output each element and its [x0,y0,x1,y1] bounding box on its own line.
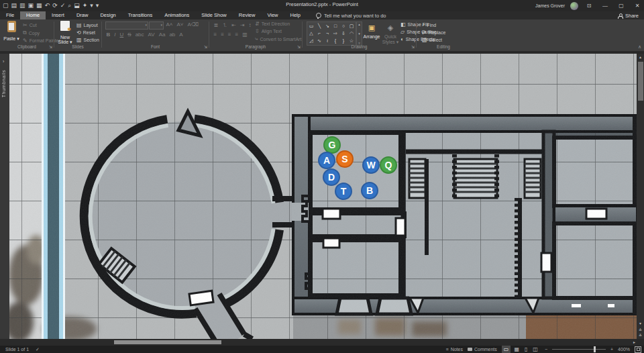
shape-glyph-3[interactable]: □ [334,23,337,30]
shape-glyph-4[interactable]: ○ [342,23,345,30]
expand-thumbnails-icon[interactable]: › [3,59,4,64]
justify-button[interactable]: ≡ [234,32,239,38]
shape-glyph-17[interactable]: ☆ [350,38,354,44]
font-dialog-launcher[interactable]: ⇲ [204,44,207,49]
convert-smartart-button[interactable]: ⤷Convert to SmartArt [255,36,301,42]
select-button[interactable]: ▧Select [422,37,445,43]
decrease-indent-button[interactable]: ⇤ [231,22,237,28]
shape-glyph-16[interactable]: } [343,38,344,44]
paragraph-dialog-launcher[interactable]: ⇲ [297,44,301,49]
highlight-color-button[interactable]: ab [168,32,176,38]
replace-button[interactable]: ⇄Replace [422,30,445,36]
tell-me-box[interactable]: Tell me what you want to do [316,11,386,19]
comments-button[interactable]: Comments [468,347,497,352]
tab-review[interactable]: Review [233,11,262,19]
restore-button[interactable]: ▢ [616,0,627,11]
decrease-font-button[interactable]: A˅ [176,21,184,28]
tab-transitions[interactable]: Transitions [122,11,158,19]
tab-design[interactable]: Design [94,11,121,19]
font-size-combo[interactable] [149,21,164,30]
paste-button[interactable]: Paste ▾ [1,21,21,42]
change-case-button[interactable]: Aa [158,32,166,38]
font-name-combo[interactable] [105,21,148,30]
numbering-button[interactable]: ⒈ [221,21,229,29]
character-spacing-button[interactable]: AV [147,32,156,38]
shape-glyph-1[interactable]: ╲ [318,23,321,30]
underline-button[interactable]: U [119,32,125,38]
tab-animations[interactable]: Animations [158,11,195,19]
zoom-out-button[interactable]: − [545,347,547,352]
find-button[interactable]: ⌕Find [422,21,445,28]
arrange-button[interactable]: ▣ Arrange [363,21,380,39]
tab-insert[interactable]: Insert [46,11,70,19]
align-center-button[interactable]: ≡ [220,32,225,38]
next-slide-icon[interactable]: ≚ [637,333,644,338]
increase-indent-button[interactable]: ⇥ [239,22,246,28]
vertical-scrollbar[interactable]: ▴ ▾ ≙ ≚ [637,54,644,339]
thumbnails-panel-collapsed[interactable]: › Thumbnails [0,54,10,339]
drawing-dialog-launcher[interactable]: ⇲ [411,44,415,49]
text-shadow-button[interactable]: abc [134,32,145,38]
close-button[interactable]: ✕ [632,0,643,11]
scroll-right-icon[interactable]: ▸ [633,340,635,344]
clipboard-dialog-launcher[interactable]: ⇲ [49,44,52,49]
minimize-button[interactable]: — [600,0,610,11]
bold-button[interactable]: B [105,32,111,38]
vertical-scroll-thumb[interactable] [638,62,643,101]
bullets-button[interactable]: ≣ [213,22,219,28]
scroll-down-icon[interactable]: ▾ [637,321,644,325]
shape-glyph-15[interactable]: { [335,38,336,44]
columns-button[interactable]: ▥ [241,32,249,38]
tab-file[interactable]: File [0,11,20,19]
account-name[interactable]: James Grover [535,3,565,8]
increase-font-button[interactable]: A˄ [165,21,174,28]
text-direction-button[interactable]: ⇵Text Direction [255,21,301,27]
align-left-button[interactable]: ≡ [213,32,218,38]
shape-glyph-7[interactable]: ⌐ [318,30,321,37]
shape-glyph-13[interactable]: ∿ [317,38,321,44]
notes-button[interactable]: ≡Notes [446,347,463,352]
tab-view[interactable]: View [261,11,284,19]
shapes-gallery-scrollbar[interactable]: ▴▾▿ [356,21,362,46]
previous-slide-icon[interactable]: ≙ [637,327,644,332]
tab-draw[interactable]: Draw [70,11,95,19]
clear-formatting-button[interactable]: A⌫ [186,21,200,28]
shape-glyph-0[interactable]: ▭ [309,23,314,30]
horizontal-scroll-thumb[interactable] [114,340,221,344]
collapse-ribbon-chevron[interactable]: ∧ [638,44,641,50]
ribbon-display-options-button[interactable]: ⊡ [584,0,594,11]
align-text-button[interactable]: ⇳Align Text [255,28,301,34]
slide-sorter-button[interactable]: ▦ [512,346,521,353]
spell-check-icon[interactable]: ✓ [36,347,40,352]
share-button[interactable]: Share [618,13,639,19]
tab-slide-show[interactable]: Slide Show [195,11,233,19]
avatar[interactable] [570,2,578,10]
line-spacing-button[interactable]: ↕ [248,22,252,28]
shapes-gallery[interactable]: ▭╲↘□○▢△⌐¬⇨⇩◠◿∿≀{}☆ [307,21,356,46]
tab-help[interactable]: Help [284,11,307,19]
reading-view-button[interactable]: ▯ [523,346,529,353]
shape-glyph-6[interactable]: △ [309,30,313,37]
shape-glyph-11[interactable]: ◠ [350,30,354,37]
shape-glyph-12[interactable]: ◿ [309,38,313,44]
align-right-button[interactable]: ≡ [227,32,232,38]
font-color-button[interactable]: A [178,32,184,38]
shape-glyph-2[interactable]: ↘ [325,23,329,30]
fit-slide-to-window-icon[interactable] [635,346,641,353]
horizontal-scrollbar[interactable]: ▸ [0,339,637,346]
new-slide-button[interactable]: New Slide ▾ [55,21,75,45]
shape-glyph-10[interactable]: ⇩ [341,30,345,37]
tab-home[interactable]: Home [20,11,46,19]
shape-glyph-9[interactable]: ⇨ [333,30,337,37]
italic-button[interactable]: I [113,32,117,38]
slide-canvas[interactable] [9,54,637,339]
shape-glyph-8[interactable]: ¬ [326,30,329,37]
shape-glyph-14[interactable]: ≀ [327,38,329,44]
zoom-slider[interactable] [552,349,606,350]
zoom-in-button[interactable]: + [610,347,613,352]
shape-glyph-5[interactable]: ▢ [350,23,354,30]
zoom-slider-handle[interactable] [594,346,596,352]
slideshow-button[interactable]: ◫ [531,346,540,353]
quick-styles-button[interactable]: ◈ Quick Styles ▾ [382,21,399,44]
reset-button[interactable]: ⟲Reset [76,30,99,36]
